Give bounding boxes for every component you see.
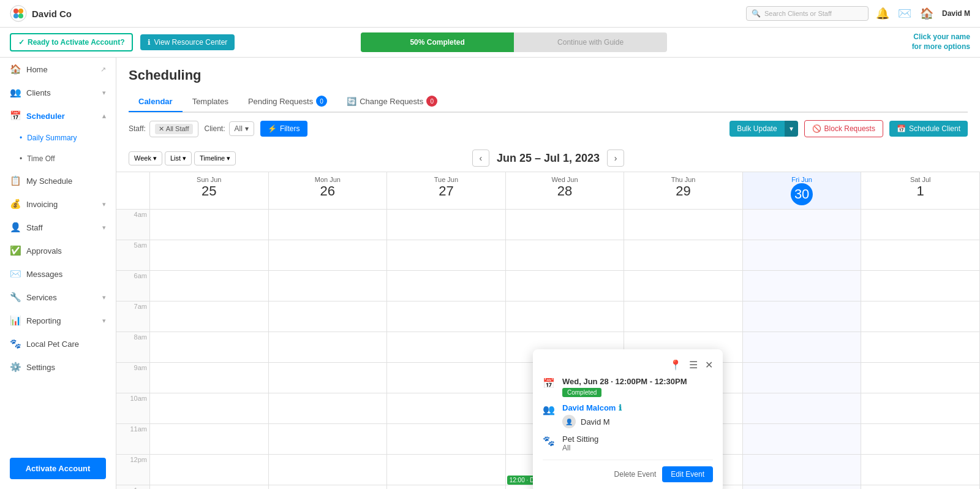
cell-8am-mon[interactable] xyxy=(269,332,388,363)
cell-4am-mon[interactable] xyxy=(269,210,388,240)
cell-6am-thu[interactable] xyxy=(624,271,743,301)
popup-notes-button[interactable]: ☰ xyxy=(689,359,698,371)
cell-8am-sat[interactable] xyxy=(861,332,980,363)
search-box[interactable]: 🔍 Search Clients or Staff xyxy=(746,6,869,21)
cell-10am-tue[interactable] xyxy=(387,393,506,424)
event-popup[interactable]: 📍 ☰ ✕ 📅 Wed, Jun 28 · 12:00PM - 12:30PM … xyxy=(533,349,723,489)
sidebar-item-approvals[interactable]: ✅ Approvals xyxy=(0,239,116,262)
cell-7am-fri[interactable] xyxy=(743,301,862,332)
cell-6am-mon[interactable] xyxy=(269,271,388,301)
resource-center-button[interactable]: ℹ View Resource Center xyxy=(140,34,235,50)
cell-1pm-mon[interactable] xyxy=(269,485,388,489)
cell-12pm-fri[interactable] xyxy=(743,455,862,485)
tab-change-requests[interactable]: 🔄 Change Requests 0 xyxy=(337,91,447,113)
notifications-icon[interactable]: 🔔 xyxy=(876,7,889,20)
cell-4am-wed[interactable] xyxy=(506,210,625,240)
cell-12pm-mon[interactable] xyxy=(269,455,388,485)
cell-5am-thu[interactable] xyxy=(624,240,743,271)
popup-close-button[interactable]: ✕ xyxy=(705,359,713,371)
cell-6am-tue[interactable] xyxy=(387,271,506,301)
bulk-update-button[interactable]: Bulk Update xyxy=(729,121,784,137)
logo[interactable]: David Co xyxy=(10,5,72,22)
cell-8am-fri[interactable] xyxy=(743,332,862,363)
cell-5am-sat[interactable] xyxy=(861,240,980,271)
cell-6am-sat[interactable] xyxy=(861,271,980,301)
cell-4am-tue[interactable] xyxy=(387,210,506,240)
cell-4am-sun[interactable] xyxy=(150,210,269,240)
cell-9am-sat[interactable] xyxy=(861,363,980,393)
sidebar-item-local-pet-care[interactable]: 🐾 Local Pet Care xyxy=(0,332,116,355)
cell-9am-fri[interactable] xyxy=(743,363,862,393)
cell-10am-sat[interactable] xyxy=(861,393,980,424)
info-icon[interactable]: ℹ xyxy=(619,403,622,412)
cell-11am-mon[interactable] xyxy=(269,424,388,455)
cell-7am-tue[interactable] xyxy=(387,301,506,332)
cell-12pm-sun[interactable] xyxy=(150,455,269,485)
sidebar-item-reporting[interactable]: 📊 Reporting ▾ xyxy=(0,309,116,332)
activate-account-sidebar-button[interactable]: Activate Account xyxy=(10,458,106,479)
cell-5am-tue[interactable] xyxy=(387,240,506,271)
next-week-button[interactable]: › xyxy=(607,150,624,167)
prev-week-button[interactable]: ‹ xyxy=(472,150,489,167)
progress-rest[interactable]: Continue with Guide xyxy=(514,32,667,52)
sidebar-item-scheduler[interactable]: 📅 Scheduler ▴ xyxy=(0,104,116,127)
cell-9am-sun[interactable] xyxy=(150,363,269,393)
schedule-client-button[interactable]: 📅 Schedule Client xyxy=(889,121,968,137)
sidebar-item-clients[interactable]: 👥 Clients ▾ xyxy=(0,81,116,104)
tab-templates[interactable]: Templates xyxy=(183,92,238,112)
filters-button[interactable]: ⚡ Filters xyxy=(260,121,307,137)
cell-7am-sat[interactable] xyxy=(861,301,980,332)
sidebar-item-settings[interactable]: ⚙️ Settings xyxy=(0,355,116,379)
cell-4am-fri[interactable] xyxy=(743,210,862,240)
list-view-button[interactable]: List ▾ xyxy=(165,151,192,165)
cell-8am-tue[interactable] xyxy=(387,332,506,363)
sidebar-item-home[interactable]: 🏠 Home ↗ xyxy=(0,58,116,81)
sidebar-item-daily-summary[interactable]: • Daily Summary xyxy=(0,127,116,148)
cell-12pm-sat[interactable] xyxy=(861,455,980,485)
sidebar-item-invoicing[interactable]: 💰 Invoicing ▾ xyxy=(0,192,116,216)
cell-12pm-tue[interactable] xyxy=(387,455,506,485)
cell-9am-tue[interactable] xyxy=(387,363,506,393)
cell-7am-wed[interactable] xyxy=(506,301,625,332)
activate-account-button[interactable]: ✓ Ready to Activate Account? xyxy=(10,33,133,51)
cell-5am-fri[interactable] xyxy=(743,240,862,271)
cell-6am-fri[interactable] xyxy=(743,271,862,301)
cell-11am-tue[interactable] xyxy=(387,424,506,455)
client-select[interactable]: All ▾ xyxy=(229,121,254,136)
sidebar-item-time-off[interactable]: • Time Off xyxy=(0,148,116,169)
cell-10am-sun[interactable] xyxy=(150,393,269,424)
cell-1pm-tue[interactable] xyxy=(387,485,506,489)
block-requests-button[interactable]: 🚫 Block Requests xyxy=(804,120,883,137)
cell-5am-sun[interactable] xyxy=(150,240,269,271)
cell-5am-mon[interactable] xyxy=(269,240,388,271)
popup-location-button[interactable]: 📍 xyxy=(669,359,682,371)
cell-1pm-fri[interactable] xyxy=(743,485,862,489)
cell-7am-sun[interactable] xyxy=(150,301,269,332)
cell-11am-sat[interactable] xyxy=(861,424,980,455)
staff-filter-box[interactable]: ✕ All Staff xyxy=(149,121,198,137)
cell-4am-sat[interactable] xyxy=(861,210,980,240)
timeline-view-button[interactable]: Timeline ▾ xyxy=(194,151,236,165)
cell-6am-wed[interactable] xyxy=(506,271,625,301)
sidebar-item-services[interactable]: 🔧 Services ▾ xyxy=(0,286,116,309)
cell-5am-wed[interactable] xyxy=(506,240,625,271)
tab-pending-requests[interactable]: Pending Requests 0 xyxy=(238,91,337,113)
home-icon[interactable]: 🏠 xyxy=(920,7,933,20)
user-menu[interactable]: David M xyxy=(942,9,970,18)
sidebar-item-my-schedule[interactable]: 📋 My Schedule xyxy=(0,169,116,192)
sidebar-item-staff[interactable]: 👤 Staff ▾ xyxy=(0,216,116,239)
week-view-button[interactable]: Week ▾ xyxy=(129,151,162,165)
bulk-update-arrow[interactable]: ▾ xyxy=(785,121,798,137)
cell-6am-sun[interactable] xyxy=(150,271,269,301)
tab-calendar[interactable]: Calendar xyxy=(129,92,183,112)
cell-10am-mon[interactable] xyxy=(269,393,388,424)
cell-1pm-sat[interactable] xyxy=(861,485,980,489)
cell-7am-thu[interactable] xyxy=(624,301,743,332)
cell-11am-sun[interactable] xyxy=(150,424,269,455)
delete-event-button[interactable]: Delete Event xyxy=(614,466,657,482)
cell-7am-mon[interactable] xyxy=(269,301,388,332)
cell-4am-thu[interactable] xyxy=(624,210,743,240)
cell-11am-fri[interactable] xyxy=(743,424,862,455)
edit-event-button[interactable]: Edit Event xyxy=(662,466,713,482)
sidebar-item-messages[interactable]: ✉️ Messages xyxy=(0,262,116,286)
